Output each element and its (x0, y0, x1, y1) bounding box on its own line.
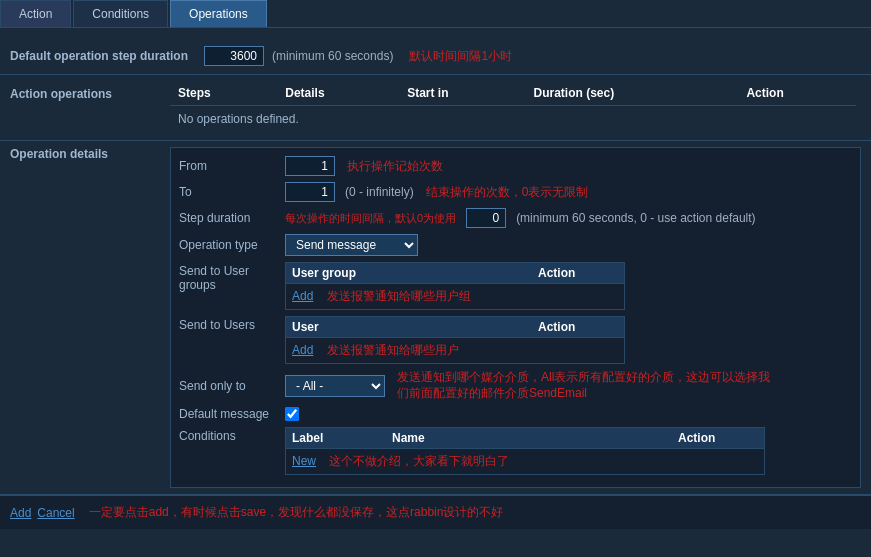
ops-col-details: Details (277, 81, 399, 106)
ops-col-duration: Duration (sec) (525, 81, 738, 106)
footer-red-note: 一定要点击add，有时候点击save，发现什么都没保存，这点rabbin设计的不… (89, 504, 504, 521)
step-from-row: From 执行操作记始次数 (179, 156, 852, 176)
add-group-red: 发送报警通知给哪些用户组 (327, 289, 471, 303)
step-duration-detail-label: Step duration (179, 211, 279, 225)
conditions-table-wrap: Label Name Action New 这个不做介绍，大家看下就明白了 (285, 427, 765, 475)
user-groups-table-wrap: User group Action Add 发送报警通知给哪些用户组 (285, 262, 625, 310)
user-group-col-header: User group (292, 266, 538, 280)
tab-action[interactable]: Action (0, 0, 71, 27)
default-message-checkbox[interactable] (285, 407, 299, 421)
step-duration-red-note: 默认时间间隔1小时 (409, 48, 512, 65)
add-group-link[interactable]: Add (292, 289, 313, 303)
footer-cancel-link[interactable]: Cancel (37, 506, 74, 520)
no-ops-text: No operations defined. (170, 106, 856, 132)
user-groups-header: User group Action (286, 263, 624, 284)
users-body: Add 发送报警通知给哪些用户 (286, 338, 624, 363)
action-operations-label: Action operations (10, 81, 170, 132)
op-type-label: Operation type (179, 238, 279, 252)
tab-bar: Action Conditions Operations (0, 0, 871, 28)
step-to-hint: (0 - infinitely) (345, 185, 414, 199)
conditions-sub-row: Conditions Label Name Action New 这个不做介绍，… (179, 427, 852, 475)
operation-details-content: From 执行操作记始次数 To (0 - infinitely) 结束操作的次… (170, 147, 861, 488)
ops-col-action: Action (738, 81, 856, 106)
send-to-groups-row: Send to User groups User group Action Ad… (179, 262, 852, 310)
new-condition-red: 这个不做介绍，大家看下就明白了 (329, 454, 509, 468)
default-message-row: Default message (179, 407, 852, 421)
main-content: Default operation step duration (minimum… (0, 28, 871, 539)
footer-row: Add Cancel 一定要点击add，有时候点击save，发现什么都没保存，这… (0, 495, 871, 529)
send-only-red: 发送通知到哪个媒介介质，All表示所有配置好的介质，这边可以选择我们前面配置好的… (397, 370, 777, 401)
tab-conditions[interactable]: Conditions (73, 0, 168, 27)
step-duration-detail-hint: (minimum 60 seconds, 0 - use action defa… (516, 211, 755, 225)
step-to-input[interactable] (285, 182, 335, 202)
send-to-users-row: Send to Users User Action Add 发送报警通知给哪些用… (179, 316, 852, 364)
send-to-users-label: Send to Users (179, 316, 279, 332)
cond-label-col-header: Label (292, 431, 392, 445)
op-type-select[interactable]: Send message Remote command (285, 234, 418, 256)
ops-col-steps: Steps (170, 81, 277, 106)
user-col-header: User (292, 320, 538, 334)
step-to-row: To (0 - infinitely) 结束操作的次数，0表示无限制 (179, 182, 852, 202)
step-duration-detail-red-left: 每次操作的时间间隔，默认0为使用 (285, 211, 456, 226)
step-from-label: From (179, 159, 279, 173)
step-duration-input[interactable] (204, 46, 264, 66)
action-col-users-header: Action (538, 320, 618, 334)
default-message-label: Default message (179, 407, 279, 421)
step-to-red: 结束操作的次数，0表示无限制 (426, 184, 589, 201)
step-from-red: 执行操作记始次数 (347, 158, 443, 175)
action-operations-table-wrap: Steps Details Start in Duration (sec) Ac… (170, 81, 856, 132)
add-user-red: 发送报警通知给哪些用户 (327, 343, 459, 357)
step-duration-detail-row: Step duration 每次操作的时间间隔，默认0为使用 (minimum … (179, 208, 852, 228)
operation-details-label: Operation details (10, 147, 170, 488)
user-groups-table: User group Action Add 发送报警通知给哪些用户组 (285, 262, 625, 310)
step-duration-detail-input[interactable] (466, 208, 506, 228)
send-only-label: Send only to (179, 379, 279, 393)
ops-table: Steps Details Start in Duration (sec) Ac… (170, 81, 856, 106)
step-from-input[interactable] (285, 156, 335, 176)
conditions-header: Label Name Action (286, 428, 764, 449)
add-user-link[interactable]: Add (292, 343, 313, 357)
action-operations-row: Action operations Steps Details Start in… (0, 75, 871, 141)
op-type-row: Operation type Send message Remote comma… (179, 234, 852, 256)
action-col-groups-header: Action (538, 266, 618, 280)
send-to-groups-label: Send to User groups (179, 262, 279, 292)
step-duration-hint: (minimum 60 seconds) (272, 49, 393, 63)
send-only-select[interactable]: - All - (285, 375, 385, 397)
step-duration-label: Default operation step duration (10, 49, 188, 63)
step-to-label: To (179, 185, 279, 199)
send-only-row: Send only to - All - 发送通知到哪个媒介介质，All表示所有… (179, 370, 852, 401)
users-table: User Action Add 发送报警通知给哪些用户 (285, 316, 625, 364)
conditions-body: New 这个不做介绍，大家看下就明白了 (286, 449, 764, 474)
conditions-table: Label Name Action New 这个不做介绍，大家看下就明白了 (285, 427, 765, 475)
cond-name-col-header: Name (392, 431, 678, 445)
tab-operations[interactable]: Operations (170, 0, 267, 27)
users-header: User Action (286, 317, 624, 338)
operation-details-section: Operation details From 执行操作记始次数 To (0 - … (0, 141, 871, 495)
footer-add-link[interactable]: Add (10, 506, 31, 520)
new-condition-link[interactable]: New (292, 454, 316, 468)
users-table-wrap: User Action Add 发送报警通知给哪些用户 (285, 316, 625, 364)
user-groups-body: Add 发送报警通知给哪些用户组 (286, 284, 624, 309)
ops-col-startin: Start in (399, 81, 525, 106)
cond-action-col-header: Action (678, 431, 758, 445)
conditions-sub-label: Conditions (179, 427, 279, 443)
step-duration-row: Default operation step duration (minimum… (0, 38, 871, 75)
